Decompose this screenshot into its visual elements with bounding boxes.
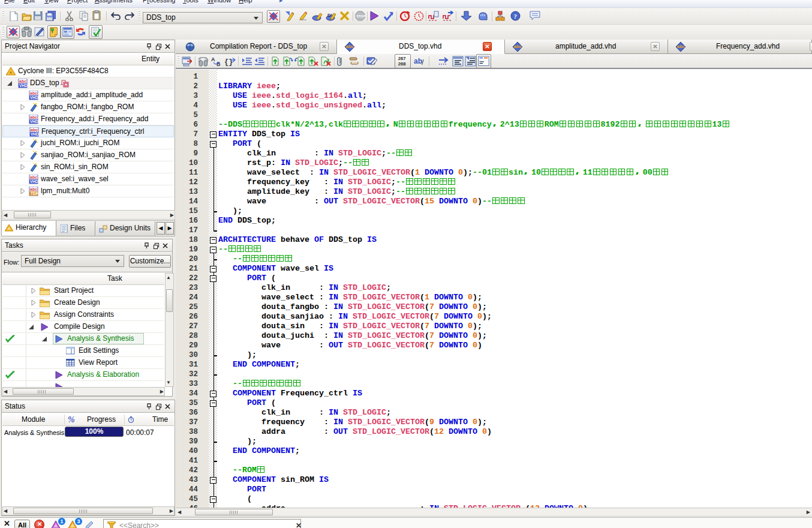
- svg-text:abc: abc: [30, 187, 37, 191]
- svg-text:abc: abc: [19, 79, 26, 83]
- svg-text:267: 267: [398, 56, 406, 61]
- svg-text:abc: abc: [677, 44, 685, 49]
- svg-text:?: ?: [514, 13, 518, 20]
- svg-text:TDF: TDF: [31, 191, 38, 196]
- svg-text:abc: abc: [346, 44, 354, 49]
- svg-text:abc: abc: [30, 115, 37, 119]
- svg-text:VHD: VHD: [30, 179, 38, 184]
- svg-text:abc: abc: [30, 175, 37, 179]
- svg-text:STOP: STOP: [356, 14, 365, 18]
- svg-text:{}: {}: [224, 58, 233, 67]
- svg-text:VHD: VHD: [19, 83, 28, 88]
- svg-text:abc: abc: [514, 44, 522, 49]
- svg-text:abc: abc: [30, 91, 37, 95]
- svg-text:VHD: VHD: [31, 132, 39, 136]
- svg-text:/: /: [422, 58, 424, 67]
- svg-text:ab: ab: [414, 57, 422, 65]
- svg-text:abc: abc: [31, 128, 38, 132]
- svg-text:A: A: [211, 56, 215, 62]
- svg-text:VHD: VHD: [30, 95, 38, 100]
- svg-text:VHD: VHD: [30, 119, 38, 124]
- svg-text:268: 268: [398, 61, 407, 67]
